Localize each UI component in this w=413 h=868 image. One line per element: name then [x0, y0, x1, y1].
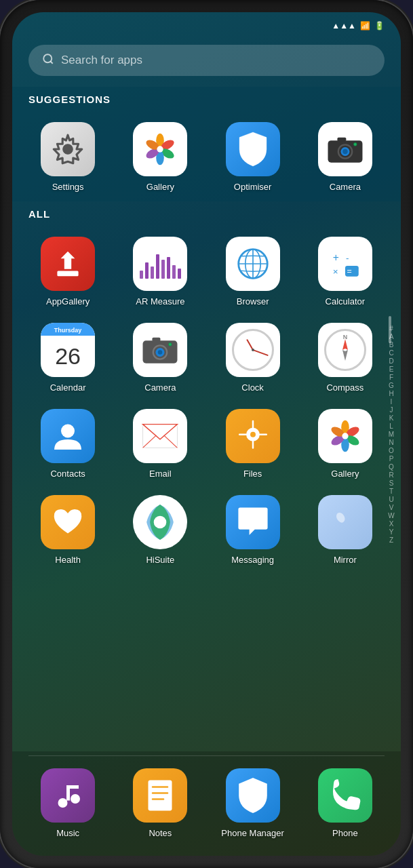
alpha-char-q[interactable]: Q [386, 463, 397, 471]
app-clock[interactable]: Clock [207, 316, 299, 402]
app-phone[interactable]: Phone [299, 762, 391, 848]
alpha-char-f[interactable]: F [386, 374, 397, 381]
settings-label: Settings [52, 182, 84, 192]
status-bar: ▲▲▲ 📶 🔋 [12, 12, 401, 39]
alpha-char-t[interactable]: T [386, 488, 397, 495]
svg-point-56 [58, 798, 68, 808]
email-label: Email [149, 469, 172, 479]
alpha-char-i[interactable]: I [386, 398, 397, 406]
app-email[interactable]: Email [114, 402, 206, 488]
alpha-char-s[interactable]: S [386, 479, 397, 487]
alpha-char-l[interactable]: L [386, 422, 397, 430]
all-section: ALL AppGallery [12, 201, 401, 751]
settings-icon [41, 122, 95, 176]
alpha-char-d[interactable]: D [386, 357, 397, 365]
alphabet-index[interactable]: # A B C D E F G H I J K L M N O P Q R S [386, 324, 397, 544]
alpha-scroll-indicator [389, 316, 391, 343]
alpha-char-hash[interactable]: # [386, 325, 397, 332]
alpha-char-g[interactable]: G [386, 382, 397, 389]
svg-point-34 [61, 425, 75, 438]
health-label: Health [55, 555, 81, 565]
svg-line-1 [50, 61, 52, 63]
app-hisuite[interactable]: HiSuite [114, 488, 206, 574]
phone-screen: ▲▲▲ 📶 🔋 Search for apps [12, 12, 401, 856]
app-gallery2[interactable]: Gallery [299, 402, 391, 488]
alpha-char-p[interactable]: P [386, 455, 397, 462]
svg-rect-16 [58, 271, 79, 276]
app-health[interactable]: Health [22, 488, 114, 574]
svg-point-40 [250, 432, 256, 437]
messaging-icon [226, 495, 280, 549]
app-settings[interactable]: Settings [22, 115, 114, 201]
calculator-icon: + - × = [318, 237, 372, 291]
app-music[interactable]: Music [22, 762, 114, 848]
suggestions-header: SUGGESTIONS [12, 87, 401, 115]
app-camera2[interactable]: Camera [114, 316, 206, 402]
phone-label: Phone [332, 828, 358, 838]
alpha-char-e[interactable]: E [386, 366, 397, 373]
svg-rect-60 [149, 781, 172, 811]
alpha-char-x[interactable]: X [386, 520, 397, 528]
app-browser[interactable]: Browser [207, 230, 299, 316]
svg-rect-14 [337, 138, 346, 142]
battery-icon: 🔋 [374, 21, 385, 31]
alpha-char-z[interactable]: Z [386, 536, 397, 544]
all-apps-grid: AppGallery [12, 230, 401, 574]
gallery-label: Gallery [146, 182, 174, 192]
app-calendar[interactable]: Thursday 26 Calendar [22, 316, 114, 402]
mirror-label: Mirror [334, 555, 357, 565]
alpha-char-c[interactable]: C [386, 349, 397, 357]
app-mirror[interactable]: Mirror [299, 488, 391, 574]
svg-point-57 [71, 794, 80, 804]
alpha-char-r[interactable]: R [386, 471, 397, 479]
alpha-char-u[interactable]: U [386, 496, 397, 503]
camera2-icon [133, 323, 187, 377]
alpha-char-b[interactable]: B [386, 341, 397, 349]
gallery2-icon [318, 409, 372, 463]
app-messaging[interactable]: Messaging [207, 488, 299, 574]
app-camera-suggestion[interactable]: Camera [299, 115, 391, 201]
app-calculator[interactable]: + - × = Calculator [299, 230, 391, 316]
alpha-char-m[interactable]: M [386, 431, 397, 438]
svg-point-51 [342, 433, 348, 439]
camera2-label: Camera [144, 382, 176, 393]
alpha-char-o[interactable]: O [386, 447, 397, 454]
alpha-char-j[interactable]: J [386, 406, 397, 414]
phone-icon [318, 768, 372, 823]
camera-suggestion-label: Camera [330, 182, 361, 192]
svg-text:×: × [333, 267, 338, 277]
app-compass[interactable]: N Compass [299, 316, 391, 402]
alpha-char-k[interactable]: K [386, 414, 397, 422]
notes-icon [133, 768, 187, 823]
dock-grid: Music Notes [12, 762, 401, 848]
app-contacts[interactable]: Contacts [22, 402, 114, 488]
alpha-char-a[interactable]: A [386, 333, 397, 340]
app-gallery[interactable]: Gallery [114, 115, 206, 201]
compass-label: Compass [326, 382, 363, 393]
app-notes[interactable]: Notes [114, 762, 206, 848]
files-icon [226, 409, 280, 463]
svg-rect-30 [153, 338, 161, 342]
app-armeasure[interactable]: AR Measure [114, 230, 206, 316]
alpha-char-y[interactable]: Y [386, 528, 397, 536]
gallery2-label: Gallery [331, 469, 359, 479]
alpha-char-n[interactable]: N [386, 439, 397, 446]
optimiser-icon [226, 122, 280, 176]
shield-label: Phone Manager [221, 828, 284, 838]
camera-suggestion-icon [318, 122, 372, 176]
app-optimiser[interactable]: Optimiser [207, 115, 299, 201]
alpha-char-h[interactable]: H [386, 390, 397, 397]
browser-label: Browser [237, 296, 269, 307]
app-shield[interactable]: Phone Manager [207, 762, 299, 848]
svg-rect-35 [143, 425, 178, 448]
alpha-char-v[interactable]: V [386, 504, 397, 511]
messaging-label: Messaging [231, 555, 274, 565]
app-appgallery[interactable]: AppGallery [22, 230, 114, 316]
dock-divider [28, 755, 385, 756]
alpha-char-w[interactable]: W [386, 512, 397, 519]
search-bar[interactable]: Search for apps [28, 45, 385, 76]
app-files[interactable]: Files [207, 402, 299, 488]
search-icon [42, 53, 54, 68]
hisuite-icon [133, 495, 187, 549]
svg-point-13 [342, 149, 347, 154]
